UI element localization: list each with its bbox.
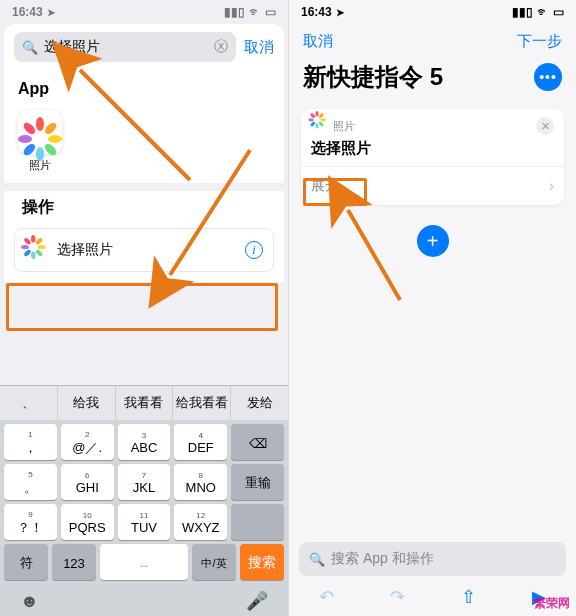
- redo-icon[interactable]: ↷: [390, 586, 405, 608]
- suggestion[interactable]: 给我: [58, 386, 116, 420]
- expand-row[interactable]: 展开 ›: [301, 166, 564, 205]
- search-key[interactable]: 搜索: [240, 544, 284, 580]
- key[interactable]: 3ABC: [118, 424, 171, 460]
- blank-key[interactable]: [231, 504, 284, 540]
- battery-icon: ▭: [265, 5, 276, 19]
- key[interactable]: 11TUV: [118, 504, 171, 540]
- backspace-key[interactable]: ⌫: [231, 424, 284, 460]
- undo-icon[interactable]: ↶: [319, 586, 334, 608]
- key[interactable]: 5。: [4, 464, 57, 500]
- status-icons: ▮▮▯ ᯤ ▭: [512, 5, 564, 19]
- key[interactable]: 4DEF: [174, 424, 227, 460]
- lang-key[interactable]: 中/英: [192, 544, 236, 580]
- action-select-photo[interactable]: 选择照片 i: [14, 228, 274, 272]
- app-photos[interactable]: 照片: [18, 110, 62, 173]
- suggestion[interactable]: 给我看看: [173, 386, 231, 420]
- emoji-icon[interactable]: ☻: [20, 591, 39, 612]
- watermark-brand: 繁荣网: [534, 595, 570, 612]
- title-row: 新快捷指令 5 •••: [289, 59, 576, 103]
- search-icon: 🔍: [309, 552, 325, 567]
- key[interactable]: 9？！: [4, 504, 57, 540]
- key[interactable]: 7JKL: [118, 464, 171, 500]
- status-bar: 16:43 ➤ ▮▮▯ ᯤ ▭: [0, 0, 288, 24]
- mic-icon[interactable]: 🎤: [246, 590, 268, 612]
- photos-mini-icon: [311, 118, 327, 134]
- signal-icon: ▮▮▯: [224, 5, 245, 19]
- wifi-icon: ᯤ: [249, 5, 261, 19]
- search-text: 选择照片: [44, 38, 100, 56]
- location-icon: ➤: [336, 7, 344, 18]
- action-label: 选择照片: [57, 241, 113, 259]
- card-app-label: 照片: [333, 119, 355, 134]
- photos-app-icon: [18, 110, 62, 154]
- status-bar: 16:43 ➤ ▮▮▯ ᯤ ▭: [289, 0, 576, 24]
- wifi-icon: ᯤ: [537, 5, 549, 19]
- search-placeholder: 搜索 App 和操作: [331, 550, 434, 568]
- search-row: 🔍 选择照片 ⓧ 取消: [4, 24, 284, 70]
- action-card: 照片 ✕ 选择照片 展开 ›: [301, 109, 564, 205]
- share-icon[interactable]: ⇧: [461, 586, 476, 608]
- status-icons: ▮▮▯ ᯤ ▭: [224, 5, 276, 19]
- space-key[interactable]: ⎵: [100, 544, 188, 580]
- keyboard-bottom: ☻ 🎤: [0, 584, 288, 616]
- nav-next[interactable]: 下一步: [517, 32, 562, 51]
- number-key[interactable]: 123: [52, 544, 96, 580]
- battery-icon: ▭: [553, 5, 564, 19]
- nav-cancel[interactable]: 取消: [303, 32, 333, 51]
- key[interactable]: 10PQRS: [61, 504, 114, 540]
- search-input[interactable]: 🔍 选择照片 ⓧ: [14, 32, 236, 62]
- close-icon[interactable]: ✕: [536, 117, 554, 135]
- more-button[interactable]: •••: [534, 63, 562, 91]
- toolbar: ↶ ↷ ⇧ ▶: [299, 576, 566, 616]
- clear-icon[interactable]: ⓧ: [214, 38, 228, 56]
- add-action-button[interactable]: +: [417, 225, 449, 257]
- location-icon: ➤: [47, 7, 55, 18]
- search-actions-input[interactable]: 🔍 搜索 App 和操作: [299, 542, 566, 576]
- suggestion[interactable]: 发给: [231, 386, 288, 420]
- section-actions-label: 操作: [8, 191, 280, 224]
- section-app-label: App: [4, 70, 284, 104]
- info-icon[interactable]: i: [245, 241, 263, 259]
- key[interactable]: 2@／.: [61, 424, 114, 460]
- card-title: 选择照片: [301, 137, 564, 166]
- chevron-right-icon: ›: [549, 177, 554, 195]
- app-results: 照片: [4, 104, 284, 183]
- suggestion[interactable]: 我看看: [116, 386, 174, 420]
- expand-label: 展开: [311, 177, 339, 195]
- suggestion[interactable]: 、: [0, 386, 58, 420]
- keyboard[interactable]: 、 给我 我看看 给我看看 发给 1， 2@／. 3ABC 4DEF ⌫ 5。 …: [0, 385, 288, 616]
- reinput-key[interactable]: 重输: [231, 464, 284, 500]
- cancel-button[interactable]: 取消: [244, 38, 274, 57]
- nav-bar: 取消 下一步: [289, 24, 576, 59]
- signal-icon: ▮▮▯: [512, 5, 533, 19]
- photos-mini-icon: [25, 239, 47, 261]
- suggestion-row: 、 给我 我看看 给我看看 发给: [0, 385, 288, 420]
- key[interactable]: 1，: [4, 424, 57, 460]
- symbol-key[interactable]: 符: [4, 544, 48, 580]
- key[interactable]: 8MNO: [174, 464, 227, 500]
- page-title: 新快捷指令 5: [303, 61, 443, 93]
- key[interactable]: 6GHI: [61, 464, 114, 500]
- search-icon: 🔍: [22, 40, 38, 55]
- status-time: 16:43: [301, 5, 332, 19]
- key[interactable]: 12WXYZ: [174, 504, 227, 540]
- status-time: 16:43: [12, 5, 43, 19]
